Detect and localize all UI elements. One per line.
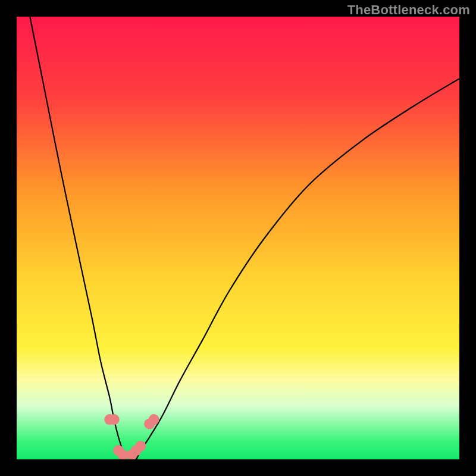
watermark-text: TheBottleneck.com [347,2,470,18]
data-marker [109,414,120,425]
data-marker [149,414,159,425]
plot-area [17,17,459,459]
chart-frame: TheBottleneck.com [0,0,476,476]
data-marker [135,441,146,452]
bottleneck-curve [17,17,459,459]
